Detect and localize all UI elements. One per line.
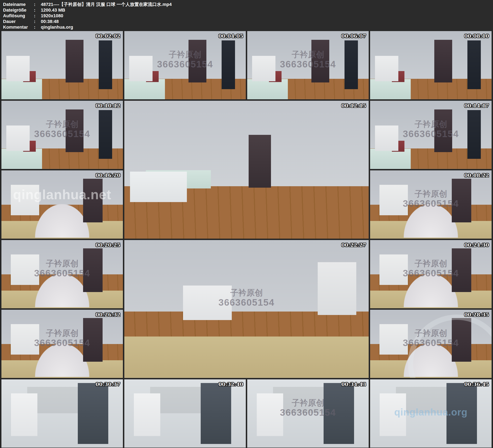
video-thumbnail: 00:32:40 bbox=[124, 379, 246, 448]
thumbnail-placeholder bbox=[370, 240, 492, 308]
timestamp-overlay: 00:12:15 bbox=[341, 103, 366, 109]
video-thumbnail: 00:28:35 子衿原创3663605154 bbox=[370, 310, 492, 378]
timestamp-overlay: 00:36:45 bbox=[464, 381, 489, 387]
thumbnail-placeholder bbox=[1, 379, 123, 448]
file-info-row: Dauer : 00:38:48 bbox=[3, 19, 493, 24]
timestamp-overlay: 00:02:02 bbox=[95, 33, 121, 39]
file-info-row: Kommentar : qinglanhua.org bbox=[3, 24, 493, 30]
file-info-value: 1920x1080 bbox=[41, 13, 63, 19]
file-info-label: Kommentar bbox=[3, 24, 34, 30]
video-thumbnail: 00:02:02 bbox=[1, 31, 123, 99]
timestamp-overlay: 00:22:27 bbox=[341, 242, 366, 248]
video-thumbnail: 00:26:32 子衿原创3663605154 bbox=[1, 310, 123, 378]
video-thumbnail: 00:36:45 qinglanhua.org bbox=[370, 379, 492, 448]
file-info-separator: : bbox=[34, 2, 41, 7]
timestamp-overlay: 00:20:25 bbox=[95, 242, 121, 248]
timestamp-overlay: 00:04:05 bbox=[218, 33, 243, 39]
file-info-label: Auflösung bbox=[3, 13, 34, 19]
file-info-value: 48721----【子衿原创】清月 汉服 口球 一个人放置在家流口水.mp4 bbox=[41, 2, 172, 7]
file-info-value: 00:38:48 bbox=[41, 19, 59, 24]
file-info-separator: : bbox=[34, 7, 41, 13]
thumbnail-placeholder bbox=[370, 31, 492, 99]
video-thumbnail: 00:20:25 子衿原创3663605154 bbox=[1, 240, 123, 308]
file-info-value: 1200.43 MB bbox=[41, 7, 65, 13]
video-thumbnail: 00:16:20 qinglanhua.net bbox=[1, 170, 123, 239]
timestamp-overlay: 00:30:37 bbox=[95, 381, 121, 387]
timestamp-overlay: 00:06:07 bbox=[341, 33, 366, 39]
file-info-separator: : bbox=[34, 19, 41, 24]
timestamp-overlay: 00:10:12 bbox=[95, 103, 121, 109]
thumbnail-placeholder bbox=[247, 379, 369, 448]
thumbnail-placeholder bbox=[124, 240, 369, 378]
timestamp-overlay: 00:28:35 bbox=[464, 312, 489, 318]
video-thumbnail: 00:12:15 bbox=[124, 101, 369, 239]
file-info-row: Dateigröße : 1200.43 MB bbox=[3, 7, 493, 13]
timestamp-overlay: 00:26:32 bbox=[95, 312, 121, 318]
file-info-separator: : bbox=[34, 13, 41, 19]
thumbnail-placeholder bbox=[370, 170, 492, 239]
timestamp-overlay: 00:16:20 bbox=[95, 172, 121, 178]
file-info-label: Dauer bbox=[3, 19, 34, 24]
file-info-label: Dateiname bbox=[3, 2, 34, 7]
thumbnail-placeholder bbox=[247, 31, 369, 99]
video-thumbnail: 00:10:12 子衿原创3663605154 bbox=[1, 101, 123, 169]
file-info-separator: : bbox=[34, 24, 41, 30]
file-info-row: Auflösung : 1920x1080 bbox=[3, 13, 493, 19]
video-thumbnail: 00:24:30 子衿原创3663605154 bbox=[370, 240, 492, 308]
video-thumbnail: 00:30:37 bbox=[1, 379, 123, 448]
thumbnail-placeholder bbox=[124, 31, 246, 99]
timestamp-overlay: 00:32:40 bbox=[218, 381, 243, 387]
timestamp-overlay: 00:34:43 bbox=[341, 381, 366, 387]
video-thumbnail: 00:34:43 子衿原创3663605154 bbox=[247, 379, 369, 448]
thumbnail-placeholder bbox=[124, 101, 369, 239]
thumbnail-placeholder bbox=[1, 310, 123, 378]
video-thumbnail: 00:18:22 子衿原创3663605154 bbox=[370, 170, 492, 239]
thumbnail-grid: 00:02:02 00:04:05 子衿原创3663605154 00:06:0… bbox=[0, 31, 493, 448]
thumbnail-placeholder bbox=[1, 31, 123, 99]
file-info-row: Dateiname : 48721----【子衿原创】清月 汉服 口球 一个人放… bbox=[3, 2, 493, 7]
file-info-header: Dateiname : 48721----【子衿原创】清月 汉服 口球 一个人放… bbox=[0, 0, 493, 31]
thumbnail-placeholder bbox=[370, 379, 492, 448]
thumbnail-placeholder bbox=[370, 101, 492, 169]
thumbnail-placeholder bbox=[124, 379, 246, 448]
video-thumbnail: 00:22:27 子衿原创3663605154 bbox=[124, 240, 369, 378]
timestamp-overlay: 00:14:17 bbox=[464, 103, 489, 109]
thumbnail-placeholder bbox=[1, 170, 123, 239]
thumbnail-placeholder bbox=[1, 101, 123, 169]
file-info-label: Dateigröße bbox=[3, 7, 34, 13]
timestamp-overlay: 00:08:10 bbox=[464, 33, 489, 39]
video-thumbnail: 00:14:17 子衿原创3663605154 bbox=[370, 101, 492, 169]
video-thumbnail: 00:04:05 子衿原创3663605154 bbox=[124, 31, 246, 99]
thumbnail-placeholder bbox=[1, 240, 123, 308]
video-thumbnail: 00:08:10 bbox=[370, 31, 492, 99]
video-thumbnail: 00:06:07 子衿原创3663605154 bbox=[247, 31, 369, 99]
timestamp-overlay: 00:18:22 bbox=[464, 172, 489, 178]
file-info-value: qinglanhua.org bbox=[41, 24, 73, 30]
timestamp-overlay: 00:24:30 bbox=[464, 242, 489, 248]
